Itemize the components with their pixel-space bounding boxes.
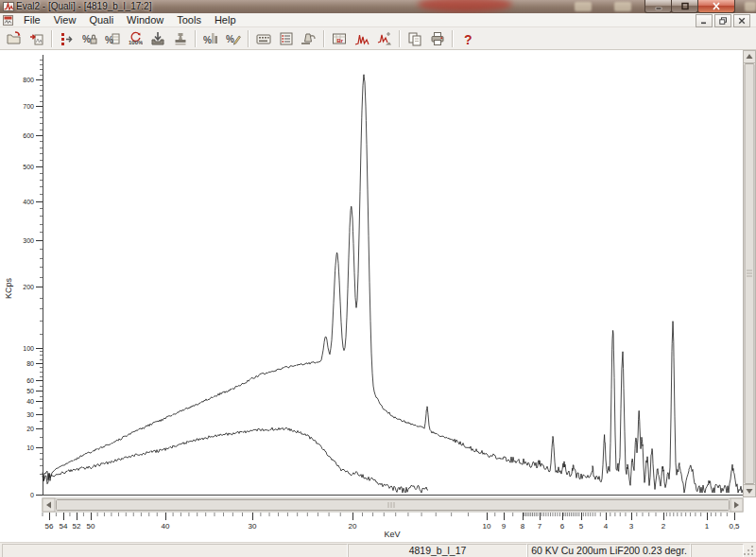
- sample-prep-button[interactable]: [298, 27, 320, 50]
- spectrum-import-icon: [377, 31, 392, 46]
- status-panel-0: [2, 544, 348, 557]
- menu-window[interactable]: Window: [120, 14, 170, 26]
- y-tick-label: 50: [26, 388, 34, 394]
- maximize-button[interactable]: [671, 0, 698, 13]
- restore-icon: [680, 2, 690, 10]
- import-spectrum-button[interactable]: [26, 27, 48, 50]
- send-peaks-button[interactable]: [56, 27, 78, 50]
- import-box-icon: [150, 31, 165, 46]
- x-tick-label: 56: [45, 522, 54, 531]
- svg-text:?: ?: [464, 32, 472, 46]
- spectrum-icon: [354, 31, 369, 46]
- zoom-100-icon: 100%: [128, 31, 143, 46]
- percent-chart-button[interactable]: %: [199, 27, 222, 50]
- y-tick-label: 40: [26, 398, 34, 405]
- percent-table-icon: %: [105, 31, 120, 46]
- stamp-button[interactable]: [169, 27, 192, 50]
- y-tick-label: 60: [26, 377, 34, 384]
- send-peaks-icon: [60, 31, 75, 46]
- app-window: Eval2 - [Quali] - [4819_b_l_17:2] FileVi…: [0, 0, 756, 557]
- status-bar: 4819_b_l_1760 KV Cu 200um LiF200 0.23 de…: [0, 542, 756, 557]
- taskbar-glass-decoration: [745, 2, 756, 11]
- svg-text:100%: 100%: [129, 40, 143, 45]
- taskbar-glass-decoration: [614, 2, 631, 11]
- mdi-close-button[interactable]: [733, 14, 750, 27]
- help-button[interactable]: ?: [456, 27, 479, 50]
- x-tick-label: 10: [483, 522, 491, 531]
- h-scroll-thumb[interactable]: [57, 500, 730, 511]
- status-panel-1: 4819_b_l_17: [348, 544, 527, 557]
- y-tick-label: 700: [23, 103, 34, 110]
- x-tick-label: 50: [87, 522, 95, 531]
- zoom-100-button[interactable]: 100%: [124, 27, 146, 50]
- spectrum-button[interactable]: [351, 27, 373, 50]
- print-icon: [430, 31, 445, 46]
- close-icon: [712, 2, 721, 10]
- title-bar: Eval2 - [Quali] - [4819_b_l_17:2]: [0, 0, 756, 13]
- svg-text:Br: Br: [337, 37, 344, 43]
- x-tick-label: 52: [73, 522, 81, 531]
- percent-chart-icon: %: [203, 31, 218, 46]
- minimize-button[interactable]: [644, 0, 672, 13]
- x-tick-label: 6: [560, 522, 565, 531]
- toolbar-separator: [195, 30, 197, 47]
- print-button[interactable]: [426, 27, 449, 50]
- peak-list-button[interactable]: [275, 27, 298, 50]
- open-icon: [7, 31, 22, 46]
- mdi-restore-button[interactable]: [714, 14, 731, 27]
- percent-edit-button[interactable]: %: [222, 27, 245, 50]
- percent-table-button[interactable]: %: [101, 27, 124, 50]
- axes: 800700600500400300200100806050403020100K…: [4, 55, 743, 539]
- x-tick-label: 2: [662, 522, 666, 531]
- toolbar-separator: [323, 30, 325, 47]
- menu-file[interactable]: File: [17, 14, 47, 26]
- mdi-close-icon: [738, 17, 746, 25]
- stamp-icon: [173, 31, 188, 46]
- status-panel-2: 60 KV Cu 200um LiF200 0.23 degr.: [527, 544, 691, 557]
- toolbar-separator: [399, 30, 401, 47]
- help-icon: ?: [460, 31, 475, 46]
- window-title: Eval2 - [Quali] - [4819_b_l_17:2]: [16, 0, 151, 13]
- value-table-icon: [256, 31, 271, 46]
- menu-quali[interactable]: Quali: [82, 14, 120, 26]
- close-button[interactable]: [697, 0, 735, 13]
- resize-grip[interactable]: [744, 546, 755, 557]
- toolbar-separator: [51, 30, 53, 47]
- desktop-glass-decoration: [418, 0, 512, 12]
- copy-button[interactable]: [404, 27, 426, 50]
- percent-lock-button[interactable]: %: [78, 27, 101, 50]
- spectrum-plot: 800700600500400300200100806050403020100K…: [0, 50, 756, 542]
- import-box-button[interactable]: [146, 27, 169, 50]
- x-tick-label: 3: [629, 522, 634, 531]
- chart-area: 800700600500400300200100806050403020100K…: [0, 50, 756, 542]
- vertical-scrollbar[interactable]: [744, 51, 756, 497]
- mdi-minimize-icon: [700, 17, 708, 25]
- value-table-button[interactable]: [252, 27, 275, 50]
- document-icon: [3, 15, 13, 26]
- x-tick-label: 4: [604, 522, 609, 531]
- y-tick-label: 300: [23, 237, 34, 244]
- menu-bar: FileViewQualiWindowToolsHelp: [0, 13, 756, 27]
- x-tick-label: 40: [162, 522, 170, 531]
- menu-view[interactable]: View: [47, 14, 83, 26]
- sample-prep-icon: [301, 31, 317, 46]
- y-tick-label: 600: [23, 132, 34, 139]
- y-tick-label: 30: [26, 411, 34, 418]
- y-tick-label: 400: [23, 199, 34, 205]
- mdi-minimize-button[interactable]: [696, 14, 713, 27]
- window-controls: [645, 0, 735, 13]
- menu-help[interactable]: Help: [208, 14, 243, 26]
- open-button[interactable]: [3, 27, 26, 50]
- menu-tools[interactable]: Tools: [170, 14, 208, 26]
- x-tick-label: 20: [349, 522, 357, 531]
- horizontal-scrollbar[interactable]: [43, 498, 743, 512]
- taskbar-glass-decoration: [575, 2, 592, 11]
- spectrum-import-button[interactable]: [373, 27, 396, 50]
- x-tick-label: 7: [538, 522, 542, 531]
- x-tick-label: 1: [705, 522, 710, 531]
- trace-1-upper: [43, 75, 743, 493]
- y-tick-label: 10: [26, 444, 34, 451]
- svg-text:%: %: [82, 34, 91, 44]
- x-tick-label: 8: [521, 522, 525, 531]
- periodic-table-button[interactable]: Br: [328, 27, 351, 50]
